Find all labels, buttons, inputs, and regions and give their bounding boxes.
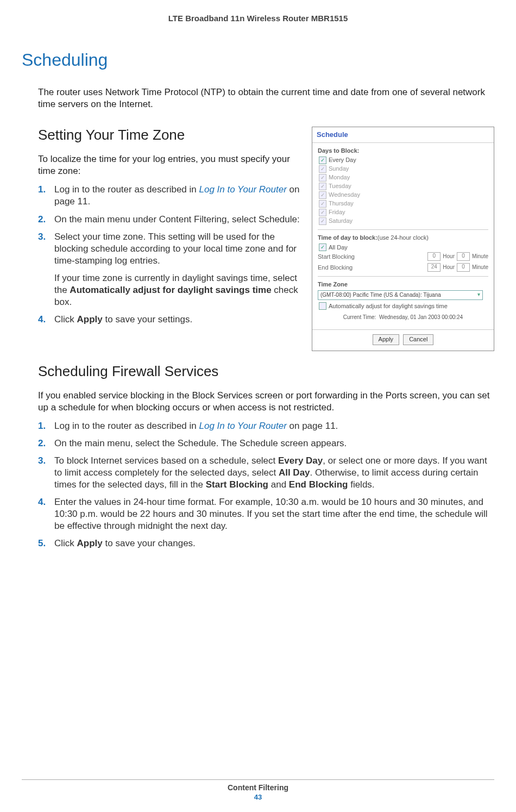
checkbox-wednesday[interactable]: ✓ bbox=[319, 191, 326, 199]
bold-text: End Blocking bbox=[289, 479, 348, 490]
unit-label: Minute bbox=[472, 253, 488, 260]
checkbox-sunday[interactable]: ✓ bbox=[319, 165, 326, 173]
unit-label: Hour bbox=[443, 264, 455, 271]
text: on page 11. bbox=[287, 421, 338, 431]
end-hour-input[interactable]: 24 bbox=[427, 263, 441, 272]
text: and bbox=[268, 479, 289, 490]
text: To block Internet services based on a sc… bbox=[54, 455, 278, 466]
step-text: Click Apply to save your settings. bbox=[54, 314, 302, 326]
text: Click bbox=[54, 538, 77, 548]
checkbox-label: Monday bbox=[329, 174, 350, 181]
cancel-button[interactable]: Cancel bbox=[403, 334, 433, 345]
step-text: To block Internet services based on a sc… bbox=[54, 455, 494, 491]
step-text: Log in to the router as described in Log… bbox=[54, 420, 494, 432]
checkbox-auto-dst[interactable]: ✓ bbox=[319, 302, 326, 310]
link-login-router[interactable]: Log In to Your Router bbox=[199, 421, 287, 431]
step-number: 5. bbox=[38, 538, 54, 549]
end-minute-input[interactable]: 0 bbox=[457, 263, 470, 272]
checkbox-label: Tuesday bbox=[329, 183, 351, 190]
step-number: 4. bbox=[38, 314, 54, 326]
checkbox-saturday[interactable]: ✓ bbox=[319, 217, 326, 225]
step-number: 1. bbox=[38, 420, 54, 432]
timezone-select[interactable]: (GMT-08:00) Pacific Time (US & Canada): … bbox=[318, 290, 483, 300]
text: Select your time zone. This setting will… bbox=[54, 231, 302, 267]
footer-page-number: 43 bbox=[22, 793, 494, 801]
text: Time of day to block: bbox=[318, 234, 377, 241]
step-text: Click Apply to save your changes. bbox=[54, 538, 494, 549]
section2-intro: If you enabled service blocking in the B… bbox=[38, 390, 494, 414]
checkbox-label: Automatically adjust for daylight saving… bbox=[329, 303, 448, 310]
link-login-router[interactable]: Log In to Your Router bbox=[199, 184, 287, 195]
document-header: LTE Broadband 11n Wireless Router MBR151… bbox=[22, 14, 494, 23]
step-number: 2. bbox=[38, 214, 54, 226]
checkbox-monday[interactable]: ✓ bbox=[319, 174, 326, 182]
bold-text: All Day bbox=[279, 467, 310, 478]
start-blocking-label: Start Blocking bbox=[318, 253, 372, 260]
apply-button[interactable]: Apply bbox=[373, 334, 400, 345]
section1-intro: To localize the time for your log entrie… bbox=[38, 153, 302, 177]
text: Wednesday, 01 Jan 2003 00:00:24 bbox=[379, 314, 463, 320]
footer-section-title: Content Filtering bbox=[22, 783, 494, 792]
checkbox-label: Sunday bbox=[329, 165, 349, 172]
unit-label: Minute bbox=[472, 264, 488, 271]
step-text: Select your time zone. This setting will… bbox=[54, 231, 302, 309]
unit-label: Hour bbox=[443, 253, 455, 260]
text: Log in to the router as described in bbox=[54, 184, 199, 195]
hint-text: (use 24-hour clock) bbox=[377, 234, 429, 241]
step-number: 2. bbox=[38, 438, 54, 449]
text: to save your changes. bbox=[103, 538, 196, 548]
start-hour-input[interactable]: 0 bbox=[427, 252, 441, 261]
bold-text: Start Blocking bbox=[206, 479, 268, 490]
days-to-block-label: Days to Block: bbox=[318, 147, 488, 154]
section-heading-firewall: Scheduling Firewall Services bbox=[38, 363, 494, 380]
checkbox-friday[interactable]: ✓ bbox=[319, 209, 326, 216]
checkbox-label: Every Day bbox=[329, 157, 356, 164]
bold-text: Automatically adjust for daylight saving… bbox=[70, 285, 271, 295]
bold-text: Apply bbox=[77, 314, 103, 324]
start-minute-input[interactable]: 0 bbox=[457, 252, 470, 261]
text: to save your settings. bbox=[103, 314, 192, 324]
intro-paragraph: The router uses Network Time Protocol (N… bbox=[38, 86, 494, 110]
text: Click bbox=[54, 314, 77, 324]
checkbox-label: Wednesday bbox=[329, 191, 360, 198]
current-time: Current Time: Wednesday, 01 Jan 2003 00:… bbox=[318, 314, 488, 321]
checkbox-label: Saturday bbox=[329, 217, 353, 224]
text: Log in to the router as described in bbox=[54, 421, 199, 431]
page-footer: Content Filtering 43 bbox=[22, 779, 494, 801]
text: If your time zone is currently in daylig… bbox=[54, 273, 298, 307]
checkbox-everyday[interactable]: ✓ bbox=[319, 157, 326, 164]
step-number: 3. bbox=[38, 231, 54, 309]
time-of-day-label: Time of day to block:(use 24-hour clock) bbox=[318, 234, 488, 241]
step-text: On the main menu under Content Filtering… bbox=[54, 214, 302, 226]
end-blocking-label: End Blocking bbox=[318, 264, 372, 271]
step-number: 1. bbox=[38, 184, 54, 208]
step-number: 4. bbox=[38, 496, 54, 532]
checkbox-label: Friday bbox=[329, 209, 345, 216]
step-text: Log in to the router as described in Log… bbox=[54, 184, 302, 208]
checkbox-tuesday[interactable]: ✓ bbox=[319, 183, 326, 190]
bold-text: Apply bbox=[77, 538, 103, 548]
text: Current Time: bbox=[343, 314, 376, 320]
text: fields. bbox=[348, 479, 374, 490]
step-number: 3. bbox=[38, 455, 54, 491]
checkbox-label: All Day bbox=[329, 244, 348, 251]
timezone-label: Time Zone bbox=[318, 281, 488, 288]
checkbox-label: Thursday bbox=[329, 200, 354, 207]
step-text: Enter the values in 24-hour time format.… bbox=[54, 496, 494, 532]
checkbox-thursday[interactable]: ✓ bbox=[319, 200, 326, 208]
panel-title: Schedule bbox=[312, 127, 494, 143]
step-text: On the main menu, select the Schedule. T… bbox=[54, 438, 494, 449]
schedule-screenshot: Schedule Days to Block: ✓Every Day ✓Sund… bbox=[312, 127, 494, 351]
checkbox-allday[interactable]: ✓ bbox=[319, 243, 326, 251]
page-title: Scheduling bbox=[22, 50, 494, 70]
bold-text: Every Day bbox=[278, 455, 323, 466]
section-heading-timezone: Setting Your Time Zone bbox=[38, 127, 302, 143]
